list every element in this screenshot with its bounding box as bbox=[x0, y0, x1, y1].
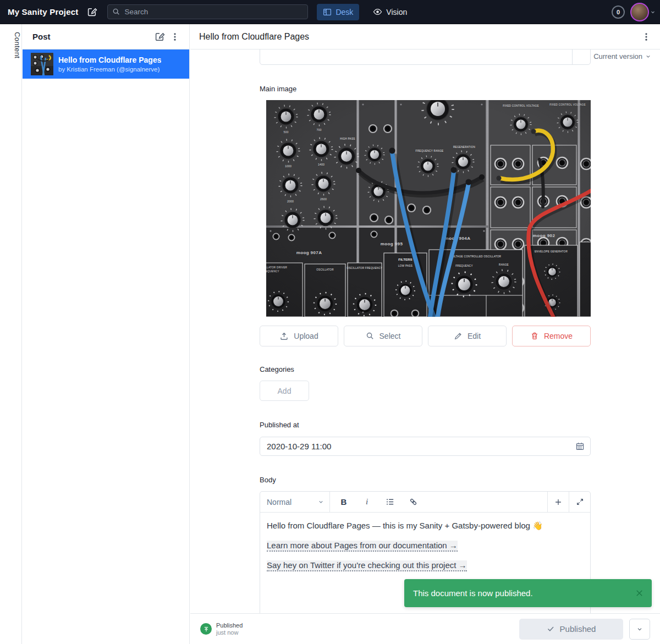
published-icon bbox=[200, 623, 212, 635]
publish-menu-button[interactable] bbox=[629, 619, 650, 640]
style-select[interactable]: Normal bbox=[260, 492, 330, 512]
upload-button[interactable]: Upload bbox=[260, 326, 338, 346]
format-buttons: B i bbox=[330, 492, 547, 512]
bullet-list-button[interactable] bbox=[382, 494, 398, 510]
link-icon bbox=[409, 497, 418, 507]
slug-field-cutoff[interactable] bbox=[260, 49, 591, 65]
plus-icon bbox=[554, 498, 563, 507]
post-item-text: Hello from Cloudflare Pages by Kristian … bbox=[58, 56, 161, 73]
bullet-list-icon bbox=[386, 497, 395, 507]
style-select-value: Normal bbox=[267, 498, 318, 507]
search-bar[interactable] bbox=[107, 4, 308, 19]
presence-badge[interactable]: 0 bbox=[612, 5, 625, 19]
body-link-docs[interactable]: Learn more about Pages from our document… bbox=[267, 541, 458, 552]
post-item-subtitle: by Kristian Freeman (@signalnerve) bbox=[58, 66, 161, 73]
published-at-label: Published at bbox=[260, 421, 591, 430]
add-category-button[interactable]: Add bbox=[260, 381, 309, 401]
post-panel-header: Post bbox=[23, 24, 189, 49]
tab-vision[interactable]: Vision bbox=[367, 4, 413, 20]
chevron-down-icon bbox=[636, 626, 643, 632]
expand-editor-button[interactable] bbox=[569, 492, 590, 512]
toast-message: This document is now published. bbox=[413, 588, 635, 598]
eye-icon bbox=[373, 7, 382, 16]
document-menu-icon[interactable] bbox=[638, 29, 654, 45]
content-rail: Content bbox=[0, 24, 22, 644]
slug-generate-button[interactable] bbox=[572, 49, 590, 64]
publish-status-chip: Published just now bbox=[200, 622, 243, 636]
sanity-studio-app: My Sanity Project Desk bbox=[0, 0, 660, 644]
chevron-down-icon[interactable] bbox=[650, 9, 656, 15]
tab-desk[interactable]: Desk bbox=[317, 4, 359, 20]
body-label: Body bbox=[260, 476, 591, 485]
italic-button[interactable]: i bbox=[359, 494, 375, 510]
remove-button[interactable]: Remove bbox=[512, 326, 591, 346]
body-link-twitter[interactable]: Say hey on Twitter if you're checking ou… bbox=[267, 560, 467, 571]
calendar-icon[interactable] bbox=[575, 442, 585, 451]
publish-button-label: Published bbox=[560, 624, 596, 634]
image-button-row: Upload Select Edit bbox=[260, 326, 591, 346]
post-panel-title: Post bbox=[32, 32, 152, 41]
post-thumbnail bbox=[31, 53, 53, 75]
publish-status-label: Published bbox=[216, 622, 243, 629]
tab-vision-label: Vision bbox=[386, 8, 407, 16]
post-panel-menu-icon[interactable] bbox=[167, 29, 183, 45]
post-item-title: Hello from Cloudflare Pages bbox=[58, 56, 161, 64]
navbar: My Sanity Project Desk bbox=[0, 0, 660, 24]
chevron-down-icon bbox=[318, 499, 324, 505]
expand-icon bbox=[576, 498, 584, 506]
compose-icon[interactable] bbox=[87, 7, 97, 17]
edit-button[interactable]: Edit bbox=[428, 326, 507, 346]
body-paragraph[interactable]: Hello from Cloudflare Pages — this is my… bbox=[267, 520, 584, 531]
select-button-label: Select bbox=[380, 332, 401, 340]
tab-desk-label: Desk bbox=[336, 8, 353, 16]
document-footer: Published just now Published bbox=[190, 613, 660, 644]
upload-button-label: Upload bbox=[294, 332, 318, 340]
search-icon bbox=[112, 8, 120, 16]
toast-published: This document is now published. bbox=[404, 579, 652, 607]
search-icon bbox=[366, 332, 375, 340]
document-header: Hello from Cloudflare Pages bbox=[190, 24, 660, 49]
version-select[interactable]: Current version bbox=[593, 52, 651, 60]
version-select-label: Current version bbox=[593, 52, 642, 60]
select-button[interactable]: Select bbox=[344, 326, 422, 346]
pencil-icon bbox=[454, 332, 463, 340]
published-at-input[interactable] bbox=[267, 442, 575, 451]
search-input[interactable] bbox=[124, 8, 303, 16]
main-image-photo: .lbl{fill:#e6e6e8;font-size:4.6px;letter… bbox=[266, 100, 591, 317]
publish-status-text: Published just now bbox=[216, 622, 243, 636]
document-title: Hello from Cloudflare Pages bbox=[199, 32, 638, 42]
publish-status-time: just now bbox=[216, 629, 243, 636]
upload-icon bbox=[279, 332, 289, 341]
trash-icon bbox=[530, 332, 539, 340]
editor-content[interactable]: Hello from Cloudflare Pages — this is my… bbox=[260, 513, 590, 587]
check-icon bbox=[547, 625, 555, 633]
content-rail-label[interactable]: Content bbox=[0, 32, 21, 58]
new-document-icon[interactable] bbox=[152, 29, 167, 45]
document-scroll-area[interactable]: Current version Main image bbox=[190, 49, 660, 613]
editor-toolbar: Normal B i bbox=[260, 492, 590, 513]
document-form: Main image bbox=[260, 49, 591, 613]
post-list-panel: Post bbox=[23, 24, 190, 644]
edit-button-label: Edit bbox=[468, 332, 481, 340]
add-category-label: Add bbox=[278, 387, 292, 395]
avatar[interactable] bbox=[630, 3, 649, 21]
list-item-post[interactable]: Hello from Cloudflare Pages by Kristian … bbox=[23, 49, 189, 79]
remove-button-label: Remove bbox=[544, 332, 573, 340]
document-panel: Hello from Cloudflare Pages Current vers… bbox=[190, 24, 660, 644]
bold-button[interactable]: B bbox=[336, 494, 352, 510]
categories-label: Categories bbox=[260, 365, 591, 374]
chevron-down-icon bbox=[645, 53, 651, 59]
project-title: My Sanity Project bbox=[8, 7, 78, 16]
main-image-label: Main image bbox=[260, 85, 591, 93]
desk-icon bbox=[323, 8, 332, 16]
link-button[interactable] bbox=[405, 494, 421, 510]
published-at-field bbox=[260, 437, 591, 456]
publish-button[interactable]: Published bbox=[519, 619, 623, 640]
insert-block-button[interactable] bbox=[547, 492, 569, 512]
close-icon[interactable] bbox=[635, 588, 644, 598]
